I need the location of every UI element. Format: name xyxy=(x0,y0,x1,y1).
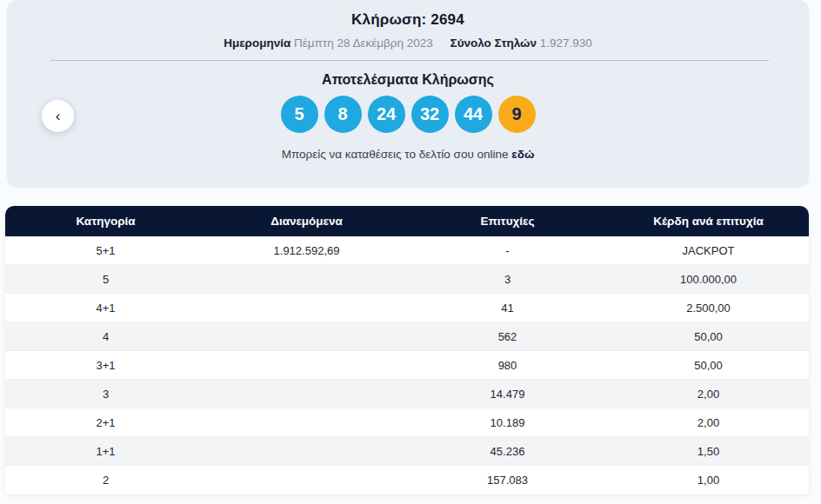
draw-summary-panel: Κλήρωση: 2694 Ημερομηνία Πέμπτη 28 Δεκέμ… xyxy=(7,0,809,187)
divider xyxy=(50,60,769,61)
cell-prize: 2,00 xyxy=(608,416,809,429)
cell-prize: JACKPOT xyxy=(608,244,809,257)
cell-prize: 50,00 xyxy=(608,359,809,372)
cell-prize: 100.000,00 xyxy=(608,273,809,286)
cell-winners: 980 xyxy=(407,359,608,372)
number-ball: 44 xyxy=(455,96,492,133)
cell-prize: 2,00 xyxy=(608,388,809,401)
cell-winners: 10.189 xyxy=(407,416,608,429)
drawn-numbers: 5 8 24 32 44 9 xyxy=(7,96,809,133)
cell-distributed: 1.912.592,69 xyxy=(206,244,407,257)
table-row: 1+1 45.236 1,50 xyxy=(5,437,809,466)
previous-draw-button[interactable]: ‹ xyxy=(42,100,74,132)
cell-prize: 1,50 xyxy=(608,445,809,458)
note-text: Μπορείς να καταθέσεις το δελτίο σου onli… xyxy=(282,148,509,161)
total-columns: Σύνολο Στηλών 1.927.930 xyxy=(451,36,592,50)
prize-table: Κατηγορία Διανεμόμενα Επιτυχίες Κέρδη αν… xyxy=(5,206,809,494)
cell-winners: 562 xyxy=(407,330,608,343)
date-label: Ημερομηνία xyxy=(224,36,290,50)
columns-value: 1.927.930 xyxy=(540,36,592,50)
chevron-left-icon: ‹ xyxy=(56,108,61,124)
draw-date: Ημερομηνία Πέμπτη 28 Δεκέμβρη 2023 xyxy=(224,36,433,50)
table-row: 5+1 1.912.592,69 - JACKPOT xyxy=(5,236,809,265)
page-title: Κλήρωση: 2694 xyxy=(7,0,809,29)
table-row: 2 157.083 1,00 xyxy=(5,466,809,494)
cell-prize: 50,00 xyxy=(608,330,809,343)
columns-label: Σύνολο Στηλών xyxy=(451,36,537,50)
cell-category: 3+1 xyxy=(5,359,206,372)
table-row: 4+1 41 2.500,00 xyxy=(5,294,809,322)
cell-prize: 2.500,00 xyxy=(608,302,809,315)
table-row: 3 14.479 2,00 xyxy=(5,380,809,408)
cell-category: 5+1 xyxy=(5,244,206,257)
table-header-row: Κατηγορία Διανεμόμενα Επιτυχίες Κέρδη αν… xyxy=(5,206,809,236)
online-note: Μπορείς να καταθέσεις το δελτίο σου onli… xyxy=(7,148,809,161)
header-winners: Επιτυχίες xyxy=(407,215,608,228)
date-value: Πέμπτη 28 Δεκέμβρη 2023 xyxy=(294,36,433,50)
joker-number-ball: 9 xyxy=(498,96,536,133)
cell-category: 2 xyxy=(5,474,206,487)
table-body: 5+1 1.912.592,69 - JACKPOT 5 3 100.000,0… xyxy=(5,236,809,494)
cell-category: 2+1 xyxy=(5,416,206,429)
cell-category: 5 xyxy=(5,273,206,286)
cell-category: 4 xyxy=(5,330,206,343)
cell-prize: 1,00 xyxy=(608,474,809,487)
table-row: 3+1 980 50,00 xyxy=(5,351,809,380)
cell-winners: 157.083 xyxy=(407,474,608,487)
table-row: 4 562 50,00 xyxy=(5,322,809,351)
number-ball: 32 xyxy=(411,96,449,133)
cell-winners: - xyxy=(407,244,608,257)
draw-meta: Ημερομηνία Πέμπτη 28 Δεκέμβρη 2023 Σύνολ… xyxy=(7,36,809,50)
number-ball: 5 xyxy=(281,96,318,133)
cell-winners: 3 xyxy=(407,273,608,286)
header-category: Κατηγορία xyxy=(5,215,206,228)
header-distributed: Διανεμόμενα xyxy=(206,215,407,228)
cell-category: 1+1 xyxy=(5,445,206,458)
cell-winners: 41 xyxy=(407,302,608,315)
cell-category: 3 xyxy=(5,388,206,401)
cell-winners: 14.479 xyxy=(407,388,608,401)
note-link[interactable]: εδώ xyxy=(511,148,534,161)
table-row: 5 3 100.000,00 xyxy=(5,265,809,294)
table-row: 2+1 10.189 2,00 xyxy=(5,408,809,437)
number-ball: 24 xyxy=(368,96,405,133)
cell-category: 4+1 xyxy=(5,302,206,315)
number-ball: 8 xyxy=(324,96,362,133)
cell-winners: 45.236 xyxy=(407,445,608,458)
results-heading: Αποτελέσματα Κλήρωσης xyxy=(7,72,809,88)
header-prize-per-win: Κέρδη ανά επιτυχία xyxy=(608,215,809,228)
